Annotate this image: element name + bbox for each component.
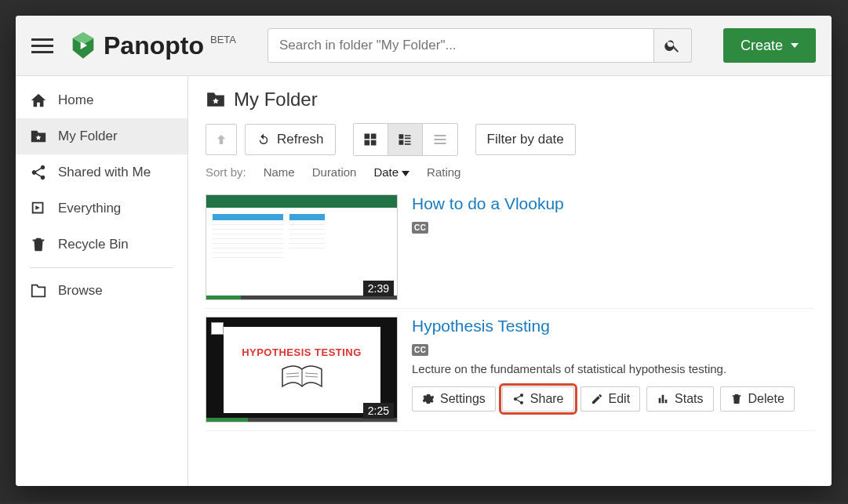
folder-star-icon: [206, 89, 226, 110]
sidebar-item-label: Browse: [58, 283, 103, 299]
filter-label: Filter by date: [487, 132, 564, 147]
video-meta: Hypothesis Testing CC Lecture on the fun…: [412, 317, 814, 422]
sort-date-label: Date: [373, 165, 399, 179]
refresh-button[interactable]: Refresh: [245, 124, 336, 155]
action-row: Settings Share Edit Stats: [412, 386, 814, 412]
main-content: My Folder Refresh: [188, 76, 832, 486]
checkbox[interactable]: [211, 322, 224, 335]
cc-badge: CC: [412, 344, 428, 356]
video-description: Lecture on the fundamentals of statistic…: [412, 362, 814, 375]
home-icon: [30, 92, 47, 109]
sidebar-item-label: Home: [58, 92, 93, 108]
brand-name: Panopto: [104, 31, 204, 60]
stats-button[interactable]: Stats: [646, 386, 713, 412]
cc-badge: CC: [412, 222, 428, 234]
top-bar: Panopto BETA Create: [16, 16, 832, 75]
sidebar-item-label: Recycle Bin: [58, 237, 129, 252]
action-label: Settings: [440, 392, 486, 406]
toolbar: Refresh Filter by date: [206, 123, 814, 156]
video-title-link[interactable]: How to do a Vlookup: [412, 194, 814, 213]
sort-caret-icon: [402, 171, 409, 176]
everything-icon: [30, 200, 47, 217]
sidebar-item-browse[interactable]: Browse: [16, 273, 187, 309]
sidebar-item-my-folder[interactable]: My Folder: [16, 118, 187, 154]
edit-button[interactable]: Edit: [580, 386, 641, 412]
duration-badge: 2:39: [363, 281, 394, 296]
video-thumbnail[interactable]: HYPOTHESIS TESTING 2:25: [206, 317, 398, 422]
page-title: My Folder: [234, 89, 318, 111]
search-button[interactable]: [654, 28, 692, 63]
pencil-icon: [591, 393, 603, 405]
chevron-down-icon: [791, 43, 799, 48]
create-label: Create: [741, 38, 783, 54]
duration-badge: 2:25: [363, 403, 394, 419]
folder-star-icon: [30, 128, 47, 145]
video-thumbnail[interactable]: 2:39: [206, 194, 398, 300]
sidebar-item-recycle[interactable]: Recycle Bin: [16, 227, 187, 263]
up-button[interactable]: [206, 124, 237, 155]
sidebar-item-label: Everything: [58, 201, 121, 216]
view-list-button[interactable]: [388, 124, 423, 155]
body: Home My Folder Shared with Me Everything…: [16, 75, 832, 486]
video-title-link[interactable]: Hypothesis Testing: [412, 317, 814, 335]
slide-title: HYPOTHESIS TESTING: [242, 346, 362, 358]
arrow-up-icon: [214, 132, 228, 147]
settings-button[interactable]: Settings: [412, 386, 496, 412]
folder-title-row: My Folder: [206, 89, 814, 111]
book-icon: [278, 363, 326, 393]
action-label: Edit: [609, 392, 631, 406]
delete-button[interactable]: Delete: [720, 386, 795, 412]
action-label: Stats: [675, 392, 703, 406]
search-icon: [664, 37, 681, 54]
list-lines-icon: [432, 132, 448, 147]
sidebar-item-label: My Folder: [58, 129, 118, 144]
share-button[interactable]: Share: [502, 386, 574, 412]
gear-icon: [422, 393, 435, 405]
video-meta: How to do a Vlookup CC: [412, 194, 814, 300]
grid-icon: [362, 132, 378, 147]
menu-icon[interactable]: [31, 34, 53, 56]
sort-name[interactable]: Name: [264, 165, 295, 179]
list-large-icon: [397, 132, 413, 147]
sidebar-item-home[interactable]: Home: [16, 82, 187, 118]
video-row: 2:39 How to do a Vlookup CC: [206, 187, 814, 309]
panopto-logo-icon: [67, 30, 99, 61]
sort-date[interactable]: Date: [373, 165, 409, 179]
action-label: Share: [530, 392, 564, 406]
refresh-icon: [257, 132, 271, 147]
sidebar-item-label: Shared with Me: [58, 165, 151, 180]
sidebar: Home My Folder Shared with Me Everything…: [16, 76, 188, 486]
video-row: HYPOTHESIS TESTING 2:25: [206, 309, 814, 431]
view-grid-button[interactable]: [354, 124, 388, 155]
view-mode-group: [353, 123, 458, 156]
sidebar-item-everything[interactable]: Everything: [16, 190, 187, 227]
sort-duration[interactable]: Duration: [312, 165, 357, 179]
search-wrap: [268, 28, 692, 63]
sidebar-item-shared[interactable]: Shared with Me: [16, 154, 187, 190]
brand-logo[interactable]: Panopto BETA: [67, 30, 236, 61]
app-window: Panopto BETA Create Home My Folder: [16, 16, 832, 486]
search-input[interactable]: [268, 28, 654, 63]
sidebar-divider: [30, 267, 173, 268]
create-button[interactable]: Create: [723, 28, 816, 63]
refresh-label: Refresh: [277, 132, 324, 147]
stats-icon: [657, 393, 669, 405]
sort-label: Sort by:: [206, 165, 246, 179]
sort-rating[interactable]: Rating: [427, 165, 460, 179]
brand-badge: BETA: [210, 34, 236, 45]
trash-icon: [30, 236, 47, 253]
view-detail-button[interactable]: [423, 124, 457, 155]
filter-date-button[interactable]: Filter by date: [475, 124, 576, 155]
trash-icon: [730, 393, 743, 405]
sort-row: Sort by: Name Duration Date Rating: [206, 165, 814, 179]
share-icon: [30, 164, 47, 181]
folder-outline-icon: [30, 282, 47, 299]
action-label: Delete: [748, 392, 784, 406]
share-icon: [512, 393, 525, 405]
